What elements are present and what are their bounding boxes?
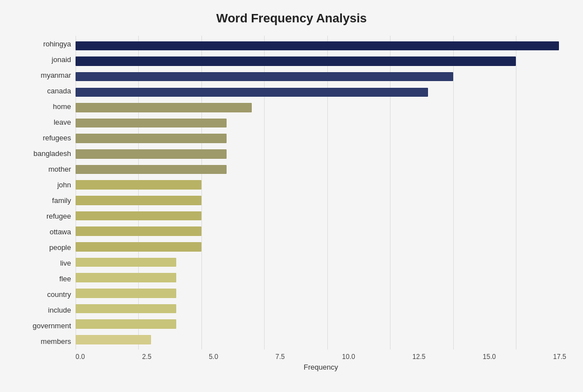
bar	[76, 319, 176, 329]
bar	[76, 56, 516, 66]
x-tick: 5.0	[209, 353, 218, 361]
bar	[76, 134, 227, 143]
bottom-section: 0.02.55.07.510.012.515.017.5 Frequency	[17, 350, 566, 371]
bar	[76, 304, 176, 314]
bar-row	[76, 270, 566, 286]
chart-title: Word Frequency Analysis	[17, 11, 566, 26]
chart-container: Word Frequency Analysis rohingyajonaidmy…	[0, 0, 583, 392]
x-tick: 15.0	[483, 353, 496, 361]
bar	[76, 211, 201, 221]
bar-row	[76, 69, 566, 84]
bar	[76, 289, 176, 298]
y-axis-label: jonaid	[51, 56, 71, 63]
bar-row	[76, 193, 566, 209]
y-axis-label: people	[49, 244, 71, 251]
bar-row	[76, 131, 566, 147]
bar	[76, 258, 176, 267]
bar-row	[76, 115, 566, 131]
bar	[76, 149, 227, 159]
y-axis-label: ottawa	[50, 228, 71, 235]
bar	[76, 119, 227, 128]
bar-row	[76, 100, 566, 116]
x-tick: 2.5	[142, 353, 152, 361]
y-axis-label: flee	[59, 275, 71, 282]
bar-row	[76, 301, 566, 317]
bar-row	[76, 239, 566, 255]
bar	[76, 72, 453, 82]
bar	[76, 180, 201, 190]
y-axis-label: live	[60, 259, 71, 267]
bar-row	[76, 54, 566, 69]
bar-row	[76, 317, 566, 332]
y-axis-label: refugees	[43, 134, 71, 141]
y-axis-label: members	[41, 338, 71, 345]
bar	[76, 242, 201, 252]
plot-area	[76, 36, 566, 350]
y-axis-label: rohingya	[43, 40, 71, 48]
bar	[76, 103, 252, 112]
x-axis-label: Frequency	[76, 363, 566, 371]
x-tick: 0.0	[76, 353, 85, 361]
grid-and-bars	[76, 36, 566, 350]
y-axis-label: home	[53, 103, 71, 110]
bar	[76, 226, 201, 236]
y-axis-label: include	[48, 306, 71, 314]
bar-row	[76, 224, 566, 239]
bar-row	[76, 286, 566, 301]
x-axis: 0.02.55.07.510.012.515.017.5	[76, 350, 566, 361]
bar-row	[76, 84, 566, 100]
bar-row	[76, 177, 566, 193]
y-axis-label: leave	[54, 119, 71, 126]
chart-area: rohingyajonaidmyanmarcanadahomeleaverefu…	[17, 36, 566, 350]
bar-row	[76, 332, 566, 347]
bar	[76, 273, 176, 282]
x-tick: 12.5	[412, 353, 425, 361]
y-axis-label: family	[52, 197, 71, 204]
x-tick: 10.0	[342, 353, 355, 361]
bar-row	[76, 162, 566, 177]
bar-row	[76, 254, 566, 270]
x-tick: 17.5	[553, 353, 566, 361]
bar	[76, 165, 227, 174]
bar	[76, 41, 559, 51]
y-axis-label: canada	[47, 87, 71, 95]
bars-wrapper	[76, 36, 566, 350]
bar	[76, 88, 428, 97]
y-axis-label: government	[32, 322, 71, 329]
bar-row	[76, 147, 566, 162]
y-axis-label: mother	[49, 166, 71, 173]
y-axis-label: john	[57, 181, 71, 188]
bar-row	[76, 38, 566, 54]
y-axis-label: country	[47, 291, 71, 298]
x-tick: 7.5	[275, 353, 285, 361]
bar	[76, 196, 201, 205]
y-axis-label: bangladesh	[34, 150, 71, 157]
y-axis-label: refugee	[46, 212, 71, 220]
y-axis: rohingyajonaidmyanmarcanadahomeleaverefu…	[17, 36, 76, 350]
bar	[76, 335, 151, 344]
bar-row	[76, 208, 566, 224]
y-axis-label: myanmar	[41, 72, 71, 79]
